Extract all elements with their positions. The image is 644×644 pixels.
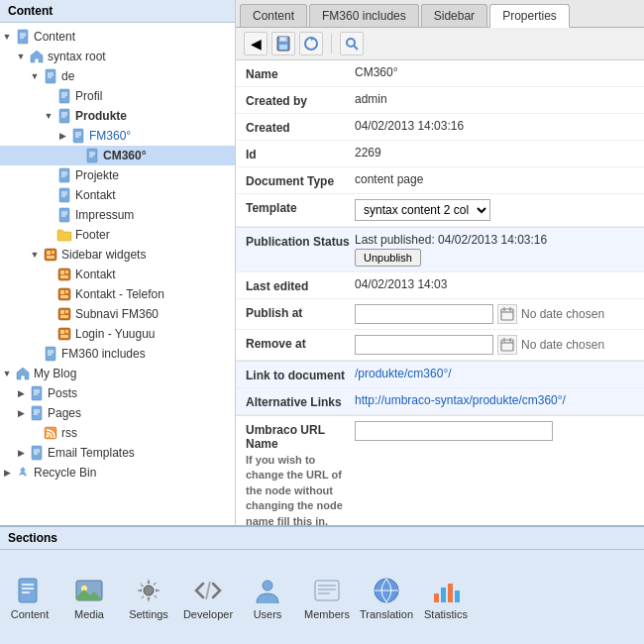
tree-item-projekte[interactable]: Projekte [0,165,235,185]
preview-button[interactable] [340,32,364,55]
svg-rect-8 [59,89,69,103]
url-name-input[interactable] [355,421,553,441]
tree-item-footer[interactable]: Footer [0,225,235,245]
svg-line-80 [354,46,358,50]
tree-label: Pages [48,406,81,420]
svg-rect-104 [434,593,439,602]
tree-expander[interactable]: ▼ [14,52,28,61]
tree-item-posts[interactable]: ▶Posts [0,383,235,403]
tree-icon-recycle [14,464,32,482]
remove-at-input[interactable] [355,335,493,355]
tab-sidebar[interactable]: Sidebar [421,4,487,27]
tree-item-cm360[interactable]: CM360° [0,146,235,165]
tree-item-rss[interactable]: rss [0,423,235,443]
publish-at-input[interactable] [355,304,493,324]
svg-rect-76 [279,45,287,50]
link-doc-link[interactable]: /produkte/cm360°/ [355,367,452,380]
tree-expander[interactable]: ▶ [0,468,14,478]
toolbar-separator [331,34,332,54]
tree-item-fm360[interactable]: ▶FM360° [0,126,235,146]
tree-expander[interactable]: ▶ [55,131,69,141]
section-content[interactable]: Content [0,550,59,644]
tree-expander[interactable]: ▼ [42,111,55,121]
tree-expander[interactable]: ▶ [14,408,28,418]
tree-expander[interactable]: ▼ [28,250,42,260]
tree-icon-page [42,67,59,85]
url-name-desc: If you wish to change the URL of the nod… [246,453,355,525]
section-settings[interactable]: Settings [119,550,178,644]
tree-item-syntax-root[interactable]: ▼syntax root [0,47,235,66]
svg-rect-70 [32,446,42,460]
publication-status-value: Last published: 04/02/2013 14:03:16 Unpu… [355,233,634,267]
tree-icon-page [83,147,101,164]
tree-item-de[interactable]: ▼de [0,66,235,86]
tree-expander[interactable]: ▶ [14,388,28,398]
tree-item-pages[interactable]: ▶Pages [0,403,235,423]
tree-item-content-root[interactable]: ▼Content [0,27,235,47]
tree-item-produkte[interactable]: ▼Produkte [0,106,235,126]
tree-expander[interactable]: ▼ [0,32,14,42]
tree-item-profil[interactable]: Profil [0,86,235,106]
unpublish-button[interactable]: Unpublish [355,249,421,267]
tree-item-subnavi-fm360[interactable]: Subnavi FM360 [0,304,235,324]
tree-item-email-templates[interactable]: ▶Email Templates [0,443,235,463]
url-name-value [355,421,634,441]
left-panel: Content ▼Content▼syntax root▼deProfil▼Pr… [0,0,236,525]
section-media[interactable]: Media [59,550,119,644]
tree-label: My Blog [34,367,76,380]
svg-line-96 [206,582,210,599]
section-label-translation: Translation [360,608,413,620]
template-select[interactable]: syntax content 2 colsyntax content 1 col… [355,199,490,221]
section-label-users: Users [254,608,282,620]
tree-item-sidebar-widgets[interactable]: ▼Sidebar widgets [0,245,235,265]
tree-icon-widget [42,246,59,264]
left-panel-header: Content [0,0,235,23]
svg-rect-16 [73,129,83,143]
tree-item-login-yuuguu[interactable]: Login - Yuuguu [0,324,235,344]
section-icon-developer [192,575,224,606]
left-panel-title: Content [8,4,53,18]
tree-item-recycle-bin[interactable]: ▶Recycle Bin [0,463,235,483]
basic-props-section: Name CM360° Created by admin Created 04/… [236,60,644,228]
link-doc-label: Link to document [246,367,355,382]
tree-item-my-blog[interactable]: ▼My Blog [0,364,235,383]
section-translation[interactable]: Translation [357,550,416,644]
section-label-media: Media [74,608,104,620]
url-name-label: Umbraco URL Name If you wish to change t… [246,421,355,525]
svg-rect-0 [18,30,28,44]
name-value: CM360° [355,65,634,79]
tab-content[interactable]: Content [240,4,307,27]
svg-rect-39 [47,256,54,259]
nav-left-button[interactable]: ◀ [244,32,268,55]
tree-icon-rss [42,424,59,442]
publish-at-calendar-button[interactable] [497,304,517,324]
svg-point-95 [144,586,154,595]
tab-fm360-includes[interactable]: FM360 includes [309,4,419,27]
section-developer[interactable]: Developer [178,550,238,644]
svg-point-69 [47,435,50,438]
tree-label: Produkte [75,109,127,123]
tree-item-impressum[interactable]: Impressum [0,205,235,225]
refresh-button[interactable] [299,32,323,55]
tree-container[interactable]: ▼Content▼syntax root▼deProfil▼Produkte▶F… [0,23,235,525]
tree-item-kontakt-telefon[interactable]: Kontakt - Telefon [0,284,235,304]
tree-expander[interactable]: ▼ [0,369,14,378]
section-icon-statistics [430,575,462,606]
tree-expander[interactable]: ▶ [14,448,28,458]
tree-expander[interactable]: ▼ [28,71,42,81]
section-members[interactable]: Members [297,550,357,644]
tab-properties[interactable]: Properties [489,4,570,28]
svg-rect-64 [32,406,42,420]
section-statistics[interactable]: Statistics [416,550,476,644]
tree-item-kontakt2[interactable]: Kontakt [0,265,235,284]
tree-icon-widget [55,325,73,343]
alt-links-link[interactable]: http://umbraco-syntax/produkte/cm360°/ [355,393,566,407]
section-users[interactable]: Users [238,550,297,644]
tree-item-kontakt[interactable]: Kontakt [0,185,235,205]
tree-item-fm360-includes[interactable]: FM360 includes [0,344,235,364]
publish-at-input-row: No date chosen [355,304,634,324]
alt-links-label: Alternative Links [246,393,355,409]
svg-rect-107 [455,590,460,602]
save-button[interactable] [271,32,295,55]
remove-at-calendar-button[interactable] [497,335,517,355]
